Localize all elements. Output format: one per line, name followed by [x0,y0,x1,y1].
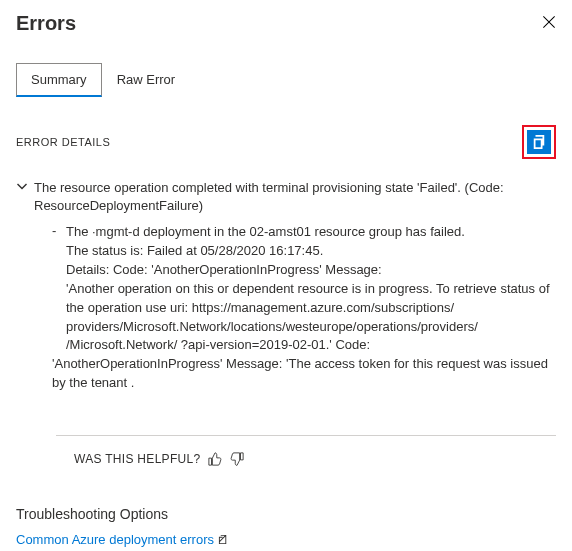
error-detail-line: 'AnotherOperationInProgress' Message: 'T… [52,355,556,393]
error-detail-text: The ·mgmt-d deployment in the 02-amst01 … [66,223,556,393]
error-detail-line: The ·mgmt-d deployment in the 02-amst01 … [66,223,556,242]
tab-raw-error[interactable]: Raw Error [102,63,191,97]
external-link-icon [218,534,229,545]
error-detail-line: The status is: Failed at 05/28/2020 16:1… [66,242,556,261]
copy-highlight [522,125,556,159]
thumbs-down-icon[interactable] [230,452,244,466]
copy-icon [532,135,546,149]
troubleshoot-title: Troubleshooting Options [16,506,556,522]
error-detail-line: Details: Code: 'AnotherOperationInProgre… [66,261,556,280]
copy-button[interactable] [527,130,551,154]
section-label-error-details: ERROR DETAILS [16,136,110,148]
divider [56,435,556,436]
chevron-down-icon[interactable] [16,179,34,215]
helpful-label: WAS THIS HELPFUL? [74,452,200,466]
error-main-message: The resource operation completed with te… [34,179,556,215]
error-detail-line: 'Another operation on this or dependent … [66,280,556,355]
page-title: Errors [16,12,76,35]
thumbs-up-icon[interactable] [208,452,222,466]
close-icon[interactable] [542,15,556,33]
tabs: Summary Raw Error [16,63,556,97]
link-common-errors[interactable]: Common Azure deployment errors [16,532,214,547]
tab-summary[interactable]: Summary [16,63,102,97]
